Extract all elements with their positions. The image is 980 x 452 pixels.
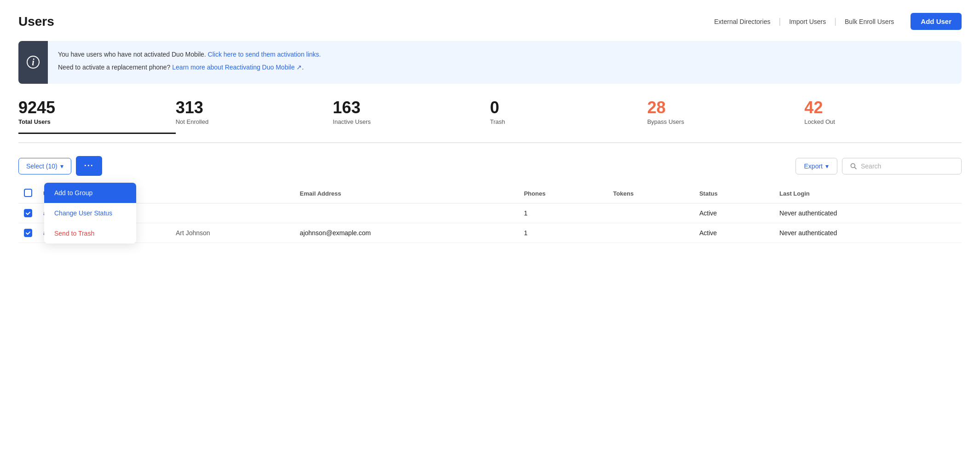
row-checkbox[interactable] [24,209,32,217]
row-phones: 1 [519,203,608,223]
row-phones: 1 [519,223,608,243]
stat-inactive-users: 163 Inactive Users [333,99,490,134]
info-banner: i You have users who have not activated … [18,41,962,84]
dropdown-menu: Add to GroupChange User StatusSend to Tr… [44,183,136,243]
col-tokens: Tokens [608,184,694,203]
table-row: acrowder 1 Active Never authenticated [18,203,962,223]
export-label: Export [804,162,823,170]
info-icon-box: i [18,41,48,84]
select-label: Select (10) [26,162,58,170]
col-last-login: Last Login [774,184,962,203]
header-checkbox[interactable] [24,189,32,197]
page-title: Users [18,14,54,29]
import-users-link[interactable]: Import Users [781,18,834,25]
row-tokens [608,223,694,243]
dropdown-item-add-to-group[interactable]: Add to Group [44,183,136,203]
toolbar: Select (10) ▾ ··· Add to GroupChange Use… [18,156,962,176]
chevron-down-icon: ▾ [825,162,829,170]
row-last-login: Never authenticated [774,203,962,223]
dropdown-item-change-user-status[interactable]: Change User Status [44,203,136,223]
page-header: Users External Directories | Import User… [18,13,962,30]
row-status: Active [694,223,774,243]
export-button[interactable]: Export ▾ [796,158,837,174]
reactivation-link[interactable]: Learn more about Reactivating Duo Mobile… [172,64,302,71]
info-line-2: Need to activate a replacement phone? Le… [58,62,321,72]
row-checkbox-cell [18,203,38,223]
col-email: Email Address [294,184,519,203]
row-email [294,203,519,223]
stat-label: Not Enrolled [176,118,333,125]
dropdown-item-send-to-trash[interactable]: Send to Trash [44,223,136,243]
stat-label: Inactive Users [333,118,490,125]
check-icon [25,230,31,236]
col-status: Status [694,184,774,203]
stat-label: Bypass Users [647,118,805,125]
search-box: Search [842,158,962,174]
col-checkbox [18,184,38,203]
stat-label: Trash [490,118,647,125]
stat-number: 0 [490,99,647,117]
col-phones: Phones [519,184,608,203]
stats-row: 9245 Total Users313 Not Enrolled163 Inac… [18,99,962,144]
info-text-2: Need to activate a replacement phone? [58,64,170,71]
info-line-1: You have users who have not activated Du… [58,49,321,59]
row-checkbox-cell [18,223,38,243]
more-actions-button[interactable]: ··· [76,156,102,176]
bulk-enroll-link[interactable]: Bulk Enroll Users [836,18,902,25]
search-icon [850,162,857,170]
table-header-row: Username ▲ Email Address Phones Tokens S… [18,184,962,203]
col-fullname [170,184,294,203]
row-last-login: Never authenticated [774,223,962,243]
svg-point-0 [851,163,855,168]
row-status: Active [694,203,774,223]
stat-number: 42 [804,99,962,117]
row-email: ajohnson@exmaple.com [294,223,519,243]
stat-not-enrolled: 313 Not Enrolled [176,99,333,134]
svg-line-1 [854,167,856,169]
stat-trash: 0 Trash [490,99,647,134]
stat-bypass-users: 28 Bypass Users [647,99,805,134]
row-fullname [170,203,294,223]
stat-locked-out: 42 Locked Out [804,99,962,134]
users-table: Username ▲ Email Address Phones Tokens S… [18,184,962,243]
search-placeholder: Search [861,162,881,170]
row-checkbox[interactable] [24,229,32,237]
activation-link[interactable]: Click here to send them activation links… [208,51,321,58]
stat-label: Total Users [18,118,176,125]
info-content: You have users who have not activated Du… [48,41,331,84]
table-row: ajohnson Art Johnson ajohnson@exmaple.co… [18,223,962,243]
stat-number: 9245 [18,99,176,117]
stat-total-users: 9245 Total Users [18,99,176,134]
info-text-1: You have users who have not activated Du… [58,51,206,58]
stat-number: 313 [176,99,333,117]
add-user-button[interactable]: Add User [911,13,962,30]
stat-number: 163 [333,99,490,117]
chevron-down-icon: ▾ [60,162,63,170]
stat-label: Locked Out [804,118,962,125]
external-directories-link[interactable]: External Directories [706,18,778,25]
info-icon: i [27,56,40,69]
row-tokens [608,203,694,223]
header-actions: External Directories | Import Users | Bu… [706,13,962,30]
check-icon [25,210,31,216]
row-fullname: Art Johnson [170,223,294,243]
stat-number: 28 [647,99,805,117]
select-button[interactable]: Select (10) ▾ [18,158,71,174]
